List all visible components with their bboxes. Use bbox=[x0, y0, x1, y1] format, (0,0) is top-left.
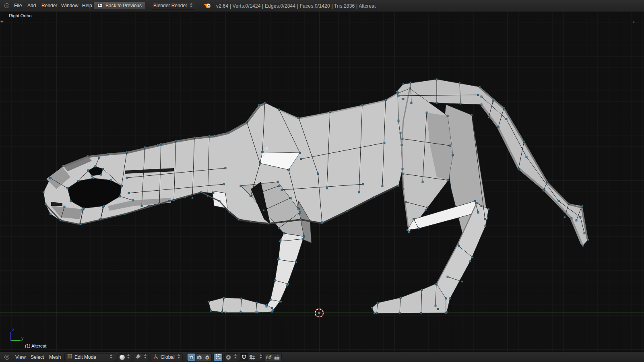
viewport-3d[interactable]: Right Ortho (1) Altcreat + + bbox=[0, 11, 644, 352]
blender-window: { "header": { "menus": ["File", "Add", "… bbox=[0, 0, 644, 362]
face-select-button[interactable] bbox=[203, 354, 211, 361]
snap-element-select[interactable] bbox=[249, 353, 263, 362]
updown-arrows-icon bbox=[109, 354, 113, 361]
select-mode-group bbox=[187, 353, 212, 361]
vertex-select-button[interactable] bbox=[188, 354, 195, 361]
render-engine-select[interactable]: Blender Render bbox=[151, 2, 195, 10]
scene-statistics: v2.64 | Verts:0/1424 | Edges:0/2844 | Fa… bbox=[216, 3, 376, 9]
axis-z-label: z bbox=[12, 327, 14, 332]
updown-arrows-icon bbox=[190, 2, 193, 9]
mode-select[interactable]: Edit Mode bbox=[64, 353, 115, 361]
menu-file[interactable]: File bbox=[14, 3, 22, 8]
render-image-button[interactable] bbox=[265, 354, 273, 361]
editmode-icon bbox=[67, 354, 72, 361]
blender-logo bbox=[203, 2, 211, 10]
transform-orientation-select[interactable]: Global bbox=[151, 353, 183, 361]
back-icon bbox=[97, 3, 103, 9]
viewport-header-bar: View Select Mesh Edit Mode Global bbox=[0, 352, 644, 362]
render-animation-icon bbox=[274, 354, 280, 360]
pivot-icon bbox=[136, 354, 141, 361]
orientation-icon bbox=[153, 354, 159, 361]
render-camera-icon bbox=[266, 354, 272, 360]
menu-mesh[interactable]: Mesh bbox=[49, 354, 61, 360]
updown-arrows-icon bbox=[127, 354, 130, 361]
occlude-icon bbox=[215, 354, 221, 361]
axis-gizmo: z y bbox=[11, 327, 24, 341]
snap-group bbox=[240, 353, 263, 361]
menu-window[interactable]: Window bbox=[61, 3, 78, 8]
shading-icon bbox=[120, 355, 125, 360]
menu-select[interactable]: Select bbox=[31, 354, 44, 360]
edge-select-button[interactable] bbox=[196, 354, 203, 361]
updown-arrows-icon bbox=[177, 354, 180, 361]
proportional-edit-select[interactable] bbox=[224, 353, 239, 361]
render-animation-button[interactable] bbox=[273, 354, 281, 361]
menu-help[interactable]: Help bbox=[82, 3, 92, 8]
limit-selection-visible-toggle[interactable] bbox=[213, 353, 223, 361]
updown-arrows-icon bbox=[234, 354, 237, 361]
menu-view[interactable]: View bbox=[15, 354, 26, 360]
render-group bbox=[264, 353, 282, 361]
snap-increment-icon bbox=[249, 354, 255, 360]
creature-mesh bbox=[43, 79, 588, 313]
axis-y-label: y bbox=[21, 336, 24, 341]
updown-arrows-icon bbox=[259, 354, 262, 361]
top-header: File Add Render Window Help Back to Prev… bbox=[0, 0, 644, 11]
snap-magnet-icon bbox=[241, 354, 247, 360]
snap-magnet-toggle[interactable] bbox=[240, 353, 248, 361]
menu-add[interactable]: Add bbox=[27, 3, 36, 8]
collapse-menu-icon[interactable] bbox=[4, 3, 10, 10]
updown-arrows-icon bbox=[144, 354, 147, 361]
edit-mode-mesh-canvas: z y bbox=[0, 11, 644, 352]
collapse-menu-icon[interactable] bbox=[4, 354, 10, 362]
menu-render[interactable]: Render bbox=[41, 3, 57, 8]
back-to-previous-button[interactable]: Back to Previous bbox=[93, 2, 146, 10]
viewport-shading-select[interactable] bbox=[118, 353, 132, 361]
proportional-icon bbox=[226, 355, 231, 360]
pivot-point-select[interactable] bbox=[134, 353, 149, 361]
